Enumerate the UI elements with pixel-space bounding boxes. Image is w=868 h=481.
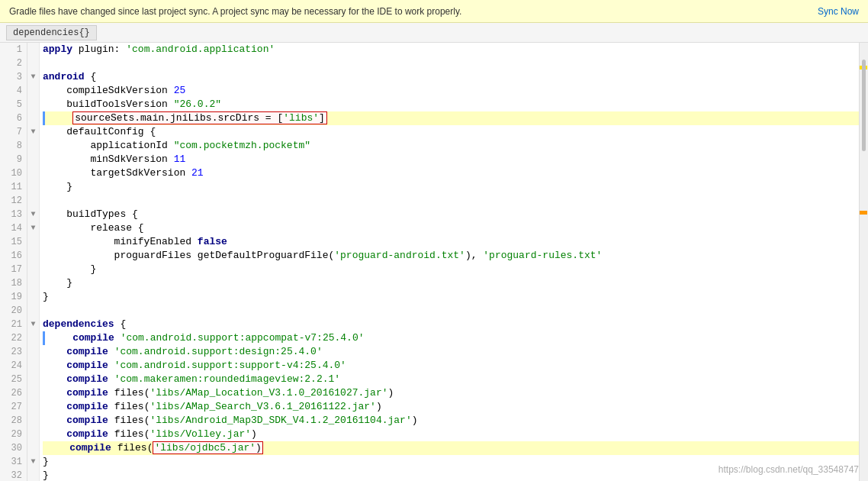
- right-scrollbar[interactable]: [859, 43, 868, 481]
- fold-line-28: [27, 414, 39, 428]
- blue-bar-22: [43, 331, 45, 345]
- fold-line-10: [27, 166, 39, 180]
- fold-line-9: [27, 153, 39, 166]
- code-line-31: }: [43, 455, 859, 469]
- notification-text: Gradle files have changed since last pro…: [9, 6, 461, 17]
- notification-bar: Gradle files have changed since last pro…: [0, 0, 868, 23]
- code-line-11: }: [43, 180, 859, 194]
- fold-line-20: [27, 304, 39, 318]
- line-num-22: 22: [0, 331, 27, 345]
- fold-line-4: [27, 84, 39, 98]
- fold-line-7[interactable]: ▼: [27, 125, 39, 139]
- fold-line-26: [27, 386, 39, 400]
- fold-line-30: [27, 441, 39, 455]
- code-line-6: sourceSets.main.jniLibs.srcDirs = ['libs…: [43, 111, 859, 125]
- fold-line-21[interactable]: ▼: [27, 318, 39, 331]
- fold-line-6: [27, 111, 39, 125]
- line-num-4: 4: [0, 84, 27, 98]
- fold-line-12: [27, 194, 39, 208]
- code-line-3: android {: [43, 70, 859, 84]
- fold-line-5: [27, 98, 39, 111]
- line-num-17: 17: [0, 263, 27, 276]
- code-line-24: compile 'com.android.support:support-v4:…: [43, 359, 859, 373]
- fold-line-11: [27, 180, 39, 194]
- line-num-12: 12: [0, 194, 27, 208]
- code-line-30: compile files('libs/ojdbc5.jar'): [43, 441, 859, 455]
- code-line-28: compile files('libs/Android_Map3D_SDK_V4…: [43, 414, 859, 428]
- line-num-15: 15: [0, 235, 27, 249]
- fold-line-17: [27, 263, 39, 276]
- line-num-7: 7: [0, 125, 27, 139]
- fold-line-14[interactable]: ▼: [27, 221, 39, 235]
- line-num-6: 6: [0, 111, 27, 125]
- line-num-3: 3: [0, 70, 27, 84]
- fold-line-18: [27, 276, 39, 290]
- code-line-4: compileSdkVersion 25: [43, 84, 859, 98]
- fold-line-13[interactable]: ▼: [27, 208, 39, 221]
- code-line-25: compile 'com.makeramen:roundedimageview:…: [43, 373, 859, 386]
- code-line-8: applicationId "com.pocketmzh.pocketm": [43, 139, 859, 153]
- code-line-19: }: [43, 290, 859, 304]
- line-num-1: 1: [0, 43, 27, 56]
- code-line-14: release {: [43, 221, 859, 235]
- editor-container: 1 2 3 4 5 6 7 8 9 10 11 12 13 14 15 16 1…: [0, 43, 868, 481]
- line-num-23: 23: [0, 345, 27, 359]
- line-num-30: 30: [0, 441, 27, 455]
- code-line-7: defaultConfig {: [43, 125, 859, 139]
- line-num-10: 10: [0, 166, 27, 180]
- fold-line-3[interactable]: ▼: [27, 70, 39, 84]
- line-numbers: 1 2 3 4 5 6 7 8 9 10 11 12 13 14 15 16 1…: [0, 43, 27, 481]
- breadcrumb-bar: dependencies{}: [0, 23, 868, 43]
- line-num-29: 29: [0, 428, 27, 441]
- line-num-18: 18: [0, 276, 27, 290]
- code-line-9: minSdkVersion 11: [43, 153, 859, 166]
- scroll-indicator-orange: [860, 211, 867, 215]
- line-num-19: 19: [0, 290, 27, 304]
- line-num-11: 11: [0, 180, 27, 194]
- code-line-32: }: [43, 469, 859, 481]
- line-num-24: 24: [0, 359, 27, 373]
- code-line-18: }: [43, 276, 859, 290]
- line-num-21: 21: [0, 318, 27, 331]
- line-num-13: 13: [0, 208, 27, 221]
- code-line-29: compile files('libs/Volley.jar'): [43, 428, 859, 441]
- fold-line-31[interactable]: ▼: [27, 455, 39, 469]
- code-line-5: buildToolsVersion "26.0.2": [43, 98, 859, 111]
- fold-line-15: [27, 235, 39, 249]
- code-line-17: }: [43, 263, 859, 276]
- fold-line-19: [27, 290, 39, 304]
- line-num-9: 9: [0, 153, 27, 166]
- line-num-28: 28: [0, 414, 27, 428]
- line-num-26: 26: [0, 386, 27, 400]
- line-num-8: 8: [0, 139, 27, 153]
- code-line-23: compile 'com.android.support:design:25.4…: [43, 345, 859, 359]
- line-num-31: 31: [0, 455, 27, 469]
- fold-line-8: [27, 139, 39, 153]
- code-line-16: proguardFiles getDefaultProguardFile('pr…: [43, 249, 859, 263]
- fold-line-29: [27, 428, 39, 441]
- code-line-12: [43, 194, 859, 208]
- code-line-22: compile 'com.android.support:appcompat-v…: [43, 331, 859, 345]
- code-line-20: [43, 304, 859, 318]
- fold-line-25: [27, 373, 39, 386]
- line-num-14: 14: [0, 221, 27, 235]
- scrollbar-thumb[interactable]: [862, 60, 866, 151]
- code-line-1: apply plugin: 'com.android.application': [43, 43, 859, 56]
- line-num-27: 27: [0, 400, 27, 414]
- breadcrumb-label[interactable]: dependencies{}: [6, 25, 97, 40]
- line-num-20: 20: [0, 304, 27, 318]
- sync-now-link[interactable]: Sync Now: [818, 6, 859, 17]
- fold-line-23: [27, 345, 39, 359]
- code-line-26: compile files('libs/AMap_Location_V3.1.0…: [43, 386, 859, 400]
- line-num-16: 16: [0, 249, 27, 263]
- code-line-15: minifyEnabled false: [43, 235, 859, 249]
- blue-bar-6: [43, 111, 45, 125]
- code-line-13: buildTypes {: [43, 208, 859, 221]
- code-line-2: [43, 56, 859, 70]
- fold-line-27: [27, 400, 39, 414]
- fold-line-1: [27, 43, 39, 56]
- fold-line-32: [27, 469, 39, 481]
- line-num-32: 32: [0, 469, 27, 481]
- code-line-21: dependencies {: [43, 318, 859, 331]
- fold-line-24: [27, 359, 39, 373]
